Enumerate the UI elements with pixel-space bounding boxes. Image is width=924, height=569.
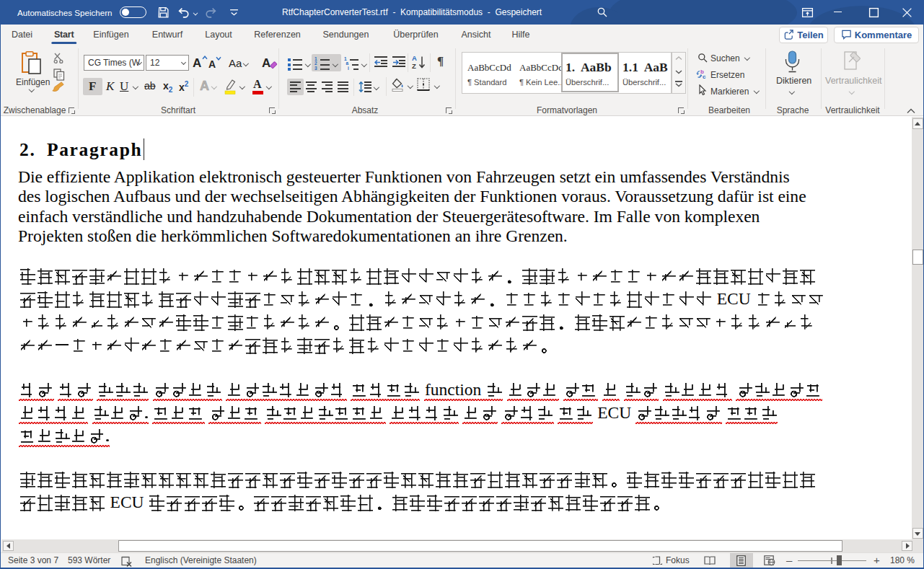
svg-text:c: c [703, 74, 706, 80]
